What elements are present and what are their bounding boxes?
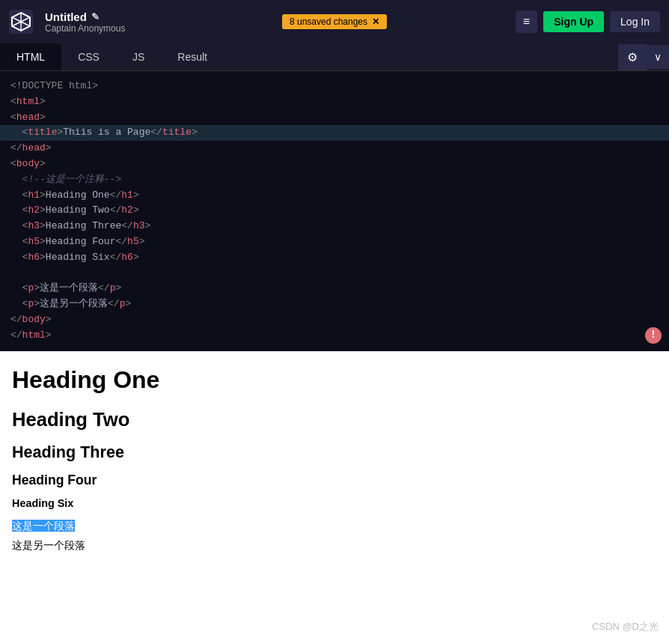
settings-button[interactable]: ⚙ <box>618 44 647 70</box>
tab-js[interactable]: JS <box>116 43 161 70</box>
result-h6: Heading Six <box>12 497 657 509</box>
code-line-2: <html> <box>10 94 659 110</box>
title-text: Untitled <box>45 10 87 23</box>
code-line-1: <!DOCTYPE html> <box>10 79 659 94</box>
tab-css[interactable]: CSS <box>61 43 116 70</box>
more-button[interactable]: ∨ <box>647 45 669 69</box>
user-subtitle: Captain Anonymous <box>45 23 125 34</box>
error-badge: ! <box>645 327 662 344</box>
result-area: Heading One Heading Two Heading Three He… <box>0 351 669 644</box>
code-line-6: <body> <box>10 157 659 172</box>
code-line-4: <title>Thiis is a Page</title> <box>10 125 659 141</box>
signup-button[interactable]: Sign Up <box>543 11 604 32</box>
code-line-11: <h5>Heading Four</h5> <box>10 234 659 250</box>
code-line-15: <p>这是另一个段落</p> <box>10 297 659 312</box>
menu-button[interactable]: ≡ <box>516 10 537 33</box>
code-line-16: </body> <box>10 312 659 328</box>
navbar: Untitled ✎ Captain Anonymous 8 unsaved c… <box>0 0 669 43</box>
logo <box>9 10 33 34</box>
result-h4: Heading Four <box>12 473 657 488</box>
result-h1: Heading One <box>12 366 657 394</box>
unsaved-text: 8 unsaved changes <box>290 16 367 27</box>
code-line-9: <h2>Heading Two</h2> <box>10 203 659 219</box>
title-block: Untitled ✎ Captain Anonymous <box>45 10 125 34</box>
code-line-8: <h1>Heading One</h1> <box>10 188 659 204</box>
watermark: CSDN @D之光 <box>592 620 659 634</box>
result-h3: Heading Three <box>12 443 657 462</box>
tab-html[interactable]: HTML <box>0 43 61 70</box>
unsaved-close-icon[interactable]: ✕ <box>372 16 379 27</box>
result-p1: 这是一个段落 <box>12 520 657 533</box>
p1-selected: 这是一个段落 <box>12 520 75 532</box>
code-line-12: <h6>Heading Six</h6> <box>10 250 659 266</box>
result-p2: 这是另一个段落 <box>12 539 657 553</box>
tab-bar: HTML CSS JS Result ⚙ ∨ <box>0 43 669 71</box>
tab-result[interactable]: Result <box>161 43 224 70</box>
unsaved-badge: 8 unsaved changes ✕ <box>282 14 387 29</box>
result-h2: Heading Two <box>12 409 657 431</box>
project-title: Untitled ✎ <box>45 10 125 23</box>
navbar-right: ≡ Sign Up Log In <box>516 10 660 33</box>
code-line-3: <head> <box>10 110 659 126</box>
logo-icon <box>9 10 33 34</box>
edit-icon[interactable]: ✎ <box>91 11 100 22</box>
code-line-17: </html> <box>10 328 659 344</box>
code-line-10: <h3>Heading Three</h3> <box>10 219 659 234</box>
code-line-5: </head> <box>10 141 659 157</box>
code-editor[interactable]: <!DOCTYPE html> <html> <head> <title>Thi… <box>0 71 669 351</box>
login-button[interactable]: Log In <box>610 11 660 32</box>
code-line-13 <box>10 266 659 282</box>
code-line-7: <!--这是一个注释--> <box>10 172 659 188</box>
code-line-14: <p>这是一个段落</p> <box>10 281 659 297</box>
